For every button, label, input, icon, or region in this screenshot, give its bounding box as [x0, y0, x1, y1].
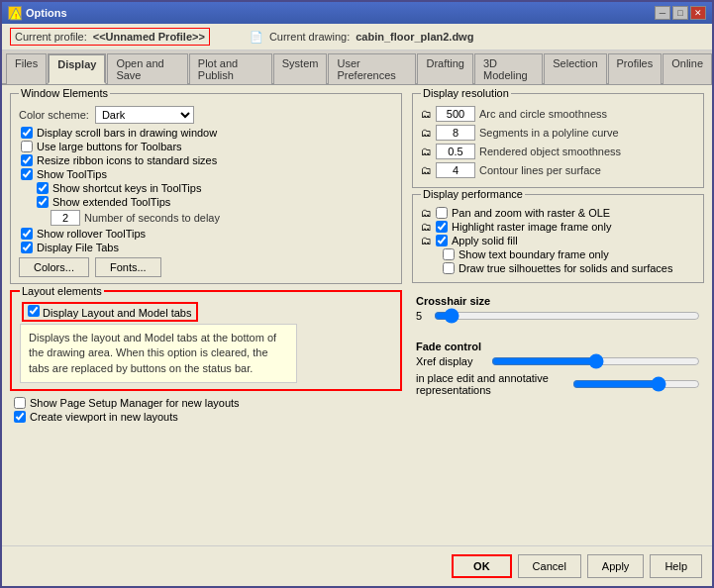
highlight-raster-checkbox[interactable] [436, 221, 448, 233]
left-panel: Window Elements Color scheme: Dark Light… [10, 93, 402, 538]
color-scheme-row: Color scheme: Dark Light [19, 106, 393, 124]
arc-smoothness-row: 🗂 Arc and circle smoothness [421, 106, 695, 122]
drawing-label: Current drawing: [269, 31, 350, 43]
large-buttons-row: Use large buttons for Toolbars [19, 141, 393, 152]
tab-files[interactable]: Files [6, 53, 47, 84]
arc-smoothness-label: Arc and circle smoothness [479, 108, 607, 120]
window-title: Options [26, 7, 67, 19]
crosshair-value: 5 [416, 310, 428, 322]
text-boundary-row: Show text boundary frame only [421, 248, 695, 260]
rollover-tips-label: Show rollover ToolTips [37, 228, 146, 240]
rollover-tips-checkbox[interactable] [21, 228, 33, 240]
tab-3d-modeling[interactable]: 3D Modeling [474, 53, 543, 84]
fonts-button[interactable]: Fonts... [95, 257, 161, 277]
resolution-items: 🗂 Arc and circle smoothness 🗂 Segments i… [421, 106, 695, 178]
file-tabs-label: Display File Tabs [37, 242, 119, 253]
cancel-button[interactable]: Cancel [518, 554, 581, 578]
colors-button[interactable]: Colors... [19, 257, 89, 277]
extended-tips-row: Show extended ToolTips [19, 196, 393, 208]
tabs-bar: Files Display Open and Save Plot and Pub… [2, 50, 712, 85]
rollover-tips-row: Show rollover ToolTips [19, 228, 393, 240]
rendered-smoothness-label: Rendered object smoothness [479, 146, 621, 157]
contour-lines-row: 🗂 Contour lines per surface [421, 162, 695, 178]
display-layout-highlighted: Display Layout and Model tabs [22, 302, 198, 322]
app-icon: ! [8, 6, 22, 20]
display-layout-checkbox[interactable] [28, 305, 40, 317]
display-layout-label: Display Layout and Model tabs [43, 307, 191, 319]
pan-zoom-row: 🗂 Pan and zoom with raster & OLE [421, 207, 695, 219]
create-viewport-checkbox[interactable] [14, 411, 26, 423]
large-buttons-checkbox[interactable] [21, 141, 33, 152]
current-drawing-section: 📄 Current drawing: cabin_floor_plan2.dwg [250, 31, 474, 44]
new-layout-wizard-checkbox[interactable] [14, 397, 26, 409]
polyline-label: Segments in a polyline curve [479, 127, 619, 139]
crosshair-section: Crosshair size 5 [412, 289, 704, 329]
pan-zoom-label: Pan and zoom with raster & OLE [452, 207, 610, 219]
drawing-icon: 📄 [250, 31, 263, 44]
window-elements-group: Window Elements Color scheme: Dark Light… [10, 93, 402, 284]
title-bar: ! Options ─ □ ✕ [2, 2, 712, 24]
show-tooltips-row: Show ToolTips [19, 168, 393, 180]
pan-zoom-checkbox[interactable] [436, 207, 448, 219]
tab-plot-publish[interactable]: Plot and Publish [189, 53, 272, 84]
file-tabs-row: Display File Tabs [19, 242, 393, 253]
performance-items: 🗂 Pan and zoom with raster & OLE 🗂 Highl… [421, 207, 695, 274]
text-boundary-label: Show text boundary frame only [459, 248, 609, 260]
show-tooltips-label: Show ToolTips [37, 168, 107, 180]
display-layout-row: Display Layout and Model tabs [20, 302, 392, 322]
scroll-bars-checkbox[interactable] [21, 127, 33, 139]
delay-input[interactable] [51, 210, 80, 226]
tab-selection[interactable]: Selection [544, 53, 606, 84]
silhouettes-checkbox[interactable] [443, 262, 455, 274]
display-resolution-group: Display resolution 🗂 Arc and circle smoo… [412, 93, 704, 188]
maximize-button[interactable]: □ [672, 6, 688, 20]
svg-text:!: ! [15, 12, 17, 21]
delay-label: Number of seconds to delay [84, 212, 220, 224]
silhouettes-row: Draw true silhouettes for solids and sur… [421, 262, 695, 274]
apply-button[interactable]: Apply [587, 554, 645, 578]
highlight-raster-row: 🗂 Highlight raster image frame only [421, 221, 695, 233]
shortcut-keys-label: Show shortcut keys in ToolTips [52, 182, 201, 194]
folder-icon-3: 🗂 [421, 146, 432, 157]
in-place-slider[interactable] [572, 377, 700, 391]
tab-profiles[interactable]: Profiles [608, 53, 663, 84]
shortcut-keys-checkbox[interactable] [37, 182, 49, 194]
extended-tips-checkbox[interactable] [37, 196, 49, 208]
profile-bar: Current profile: <<Unnamed Profile>> 📄 C… [2, 24, 712, 50]
scroll-bars-label: Display scroll bars in drawing window [37, 127, 217, 139]
tab-drafting[interactable]: Drafting [417, 53, 473, 84]
contour-lines-label: Contour lines per surface [479, 164, 601, 176]
close-button[interactable]: ✕ [690, 6, 706, 20]
scroll-bars-row: Display scroll bars in drawing window [19, 127, 393, 139]
fade-title: Fade control [416, 341, 700, 352]
tab-display[interactable]: Display [48, 53, 106, 84]
layout-elements-title: Layout elements [20, 285, 104, 297]
title-controls: ─ □ ✕ [655, 6, 706, 20]
xref-slider[interactable] [491, 354, 700, 368]
text-boundary-checkbox[interactable] [443, 248, 455, 260]
xref-label: Xref display [416, 355, 485, 367]
color-scheme-label: Color scheme: [19, 109, 89, 121]
minimize-button[interactable]: ─ [655, 6, 670, 20]
in-place-label: in place edit and annotative representat… [416, 372, 566, 396]
show-tooltips-checkbox[interactable] [21, 168, 33, 180]
tab-open-save[interactable]: Open and Save [107, 53, 187, 84]
resize-ribbon-checkbox[interactable] [21, 154, 33, 166]
arc-smoothness-input[interactable] [436, 106, 475, 122]
rendered-smoothness-input[interactable] [436, 144, 475, 159]
crosshair-slider[interactable] [434, 309, 700, 323]
tab-user-prefs[interactable]: User Preferences [328, 53, 416, 84]
file-tabs-checkbox[interactable] [21, 242, 33, 253]
apply-solid-checkbox[interactable] [436, 235, 448, 246]
tab-system[interactable]: System [273, 53, 328, 84]
help-button[interactable]: Help [650, 554, 702, 578]
buttons-row: Colors... Fonts... [19, 257, 393, 277]
polyline-input[interactable] [436, 125, 475, 141]
tooltip-text: Displays the layout and Model tabs at th… [29, 332, 276, 374]
tab-online[interactable]: Online [663, 53, 712, 84]
contour-lines-input[interactable] [436, 162, 475, 178]
color-scheme-select[interactable]: Dark Light [95, 106, 194, 124]
ok-button[interactable]: OK [452, 554, 512, 578]
create-viewport-label: Create viewport in new layouts [30, 411, 178, 423]
bottom-bar: OK Cancel Apply Help [2, 545, 712, 586]
